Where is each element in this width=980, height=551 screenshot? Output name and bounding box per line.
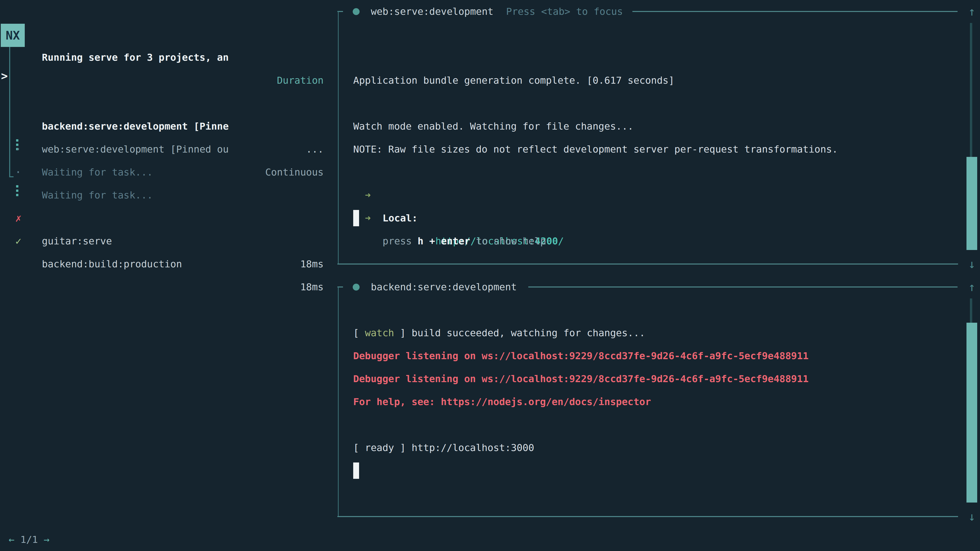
pager-prev-icon[interactable]: ← xyxy=(9,534,14,545)
press-keys: h + enter xyxy=(417,235,470,247)
task-label: backend:build:production xyxy=(42,252,182,275)
task-row-backend-build[interactable]: ✓ backend:build:production 18ms xyxy=(0,206,324,230)
bracket-close: ] xyxy=(394,327,412,338)
log-line-watch-mode: Watch mode enabled. Watching for file ch… xyxy=(353,115,633,138)
watch-message: build succeeded, watching for changes... xyxy=(412,327,645,338)
log-line-local-url: ➜ Local: http://localhost:4200/ xyxy=(353,161,388,184)
scrollbar-track[interactable] xyxy=(970,299,972,323)
log-line-watch-succeeded: [ watch ] build succeeded, watching for … xyxy=(353,321,645,345)
pager: ← 1/1 → xyxy=(9,528,49,551)
log-line-debugger-1: Debugger listening on ws://localhost:922… xyxy=(353,345,808,367)
task-row-waiting-1[interactable]: · Waiting for task... xyxy=(0,115,324,138)
task-row-waiting-2[interactable]: · Waiting for task... xyxy=(0,138,324,161)
success-check-icon: ✓ xyxy=(13,230,24,252)
panel-title: backend:serve:development xyxy=(371,275,517,299)
log-line-debugger-2: Debugger listening on ws://localhost:922… xyxy=(353,367,808,390)
log-line-ready: [ ready ] http://localhost:3000 xyxy=(353,436,534,459)
log-line-note: NOTE: Raw file sizes do not reflect deve… xyxy=(353,138,838,161)
url-slash: / xyxy=(558,235,564,247)
watch-tag: watch xyxy=(365,327,394,338)
sidebar-header: Running serve for 3 projects, an Duratio… xyxy=(0,23,324,46)
task-status-dot-icon xyxy=(353,8,360,15)
log-line-press-help: ➜ press h + enter to show help xyxy=(353,184,388,206)
panel-border-bottom xyxy=(337,516,958,517)
scrollbar-thumb[interactable] xyxy=(966,323,977,503)
pager-next-icon[interactable]: → xyxy=(44,534,49,545)
press-help-text: press h + enter to show help xyxy=(383,230,546,252)
panel-title: web:serve:development xyxy=(371,0,493,23)
terminal-cursor xyxy=(353,210,359,226)
scrollbar-thumb[interactable] xyxy=(966,157,977,250)
scroll-down-icon[interactable]: ↓ xyxy=(966,505,977,528)
task-label: guitar:serve xyxy=(42,230,112,252)
panel-border-top xyxy=(632,11,958,12)
panel-border-left xyxy=(338,287,339,516)
press-suffix: to show help xyxy=(470,235,546,247)
bracket-open: [ xyxy=(353,327,365,338)
task-duration: 18ms xyxy=(300,275,324,299)
terminal-cursor xyxy=(353,462,359,479)
task-status-dot-icon xyxy=(353,284,360,291)
waiting-dot-icon: · xyxy=(15,161,22,184)
nx-tui-screen: NX Running serve for 3 projects, an Dura… xyxy=(0,0,980,551)
log-line-inspector-help: For help, see: https://nodejs.org/en/doc… xyxy=(353,390,651,413)
press-prefix: press xyxy=(383,235,417,247)
focus-hint: Press <tab> to focus xyxy=(506,0,623,23)
scroll-down-icon[interactable]: ↓ xyxy=(966,252,977,275)
panel-border-top xyxy=(528,286,958,287)
task-duration: 18ms xyxy=(300,252,324,275)
panel-border-left xyxy=(338,11,339,264)
task-row-backend-serve[interactable]: backend:serve:development [Pinne ... xyxy=(0,69,324,92)
task-label: Waiting for task... xyxy=(42,161,153,184)
task-duration: Continuous xyxy=(265,161,324,184)
scroll-up-icon[interactable]: ↑ xyxy=(966,275,977,299)
task-row-guitar-serve[interactable]: ✗ guitar:serve 18ms xyxy=(0,184,324,206)
arrow-right-icon: ➜ xyxy=(365,206,371,230)
sidebar-footer: ← 1/1 → quit: q help: ? xyxy=(0,505,324,528)
task-list-title: Running serve for 3 projects, an xyxy=(42,46,229,69)
panel-border-bottom xyxy=(337,264,958,265)
scroll-up-icon[interactable]: ↑ xyxy=(966,0,977,23)
task-row-web-serve[interactable]: web:serve:development [Pinned ou Continu… xyxy=(0,92,324,115)
pager-page-indicator xyxy=(14,534,21,545)
page-indicator: 1/1 xyxy=(21,534,38,545)
log-line-bundle-complete: Application bundle generation complete. … xyxy=(353,69,674,92)
scrollbar-track[interactable] xyxy=(970,23,972,157)
